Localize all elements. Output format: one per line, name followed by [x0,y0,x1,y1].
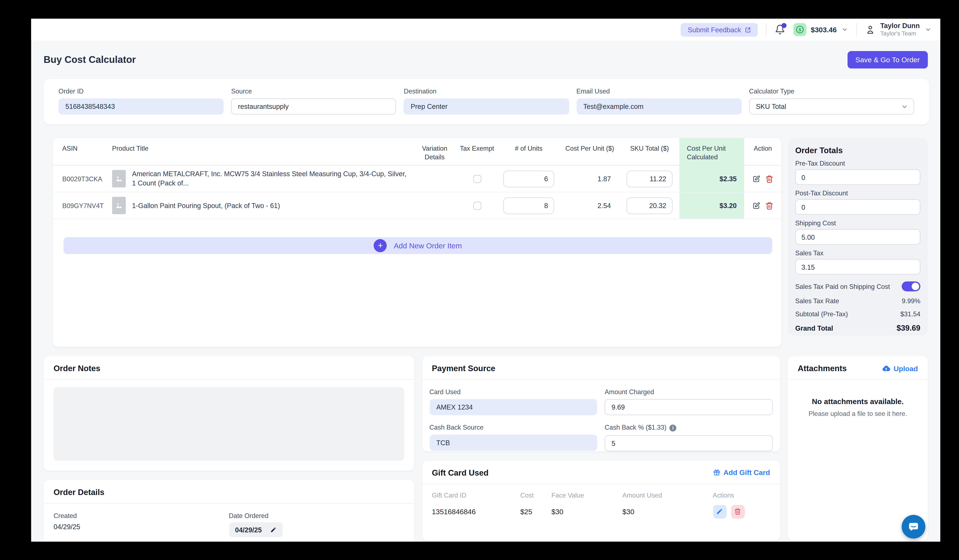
balance-menu[interactable]: $ $303.46 [793,23,848,36]
calculator-type-label: Calculator Type [749,87,914,94]
cost-per-unit-cell: 2.54 [560,192,620,220]
product-image-placeholder-icon [112,170,126,188]
card-used-input[interactable] [429,399,597,415]
date-ordered-editable-chip[interactable]: 04/29/25 [229,522,283,538]
calculator-type-select[interactable]: SKU Total [749,98,914,115]
col-header-sku-total: SKU Total ($) [620,138,679,166]
payment-source-card: Payment Source Card Used Amount Charged … [422,356,780,451]
post-tax-discount-input[interactable] [795,199,921,215]
cash-back-source-field: Cash Back Source [429,423,597,451]
gift-card-header: Gift Card Used Add Gift Card [422,461,780,484]
tax-exempt-cell [457,192,498,220]
order-form-card: Order ID Source Destination Email Used C… [44,79,929,124]
order-totals-panel: Order Totals Pre-Tax Discount Post-Tax D… [788,138,928,336]
gift-icon [713,469,720,476]
delete-gift-card-button[interactable] [731,505,745,519]
col-header-product-title: Product Title [112,138,413,166]
attachments-title: Attachments [798,364,847,373]
order-details-title: Order Details [54,487,105,497]
amount-charged-field: Amount Charged [605,388,773,415]
destination-input[interactable] [404,98,569,115]
tax-exempt-checkbox[interactable] [473,202,481,210]
email-used-label: Email Used [577,87,742,94]
user-icon [865,24,875,35]
sku-total-input[interactable] [626,197,672,214]
attachments-empty-subtitle: Please upload a file to see it here. [788,410,928,417]
notification-badge [782,23,787,28]
notifications-button[interactable] [775,24,785,35]
order-id-input[interactable] [59,98,224,115]
gift-card-row: 13516846846 $25 $30 $30 [432,505,770,519]
col-header-asin: ASIN [53,138,112,166]
gift-card-cost: $25 [520,508,551,515]
source-input[interactable] [231,98,396,115]
sales-tax-rate-label: Sales Tax Rate [795,297,839,304]
action-cell [744,166,782,192]
info-icon: i [670,424,676,431]
calculator-type-field-group: Calculator Type SKU Total [749,87,914,115]
order-items-card: ASIN Product Title Variation Details Tax… [53,138,782,347]
sales-tax-label: Sales Tax [795,249,921,256]
page-title: Buy Cost Calculator [44,54,136,65]
email-used-input[interactable] [577,98,742,115]
pre-tax-discount-input[interactable] [795,169,921,185]
col-header-action: Action [744,138,782,166]
subtotal-label: Subtotal (Pre-Tax) [795,310,848,317]
edit-gift-card-button[interactable] [713,505,726,519]
source-label: Source [231,87,396,94]
units-input[interactable] [503,197,554,214]
gift-col-cost: Cost [520,491,551,505]
units-cell [498,192,560,220]
chat-launcher-button[interactable] [902,515,925,538]
units-input[interactable] [503,170,554,188]
col-header-tax-exempt: Tax Exempt [457,138,498,166]
payment-source-title: Payment Source [432,364,495,373]
plus-icon: + [374,239,387,252]
chevron-down-icon [901,103,908,110]
cash-back-pct-input[interactable] [605,435,773,451]
sales-tax-shipping-toggle[interactable] [902,282,921,291]
shipping-cost-input[interactable] [795,229,921,245]
screen: Submit Feedback $ $303.46 [0,0,959,560]
amount-charged-label: Amount Charged [605,388,773,395]
order-notes-textarea[interactable] [54,387,404,461]
date-ordered-value: 04/29/25 [235,526,262,533]
created-label: Created [54,512,229,519]
order-id-field-group: Order ID [59,87,224,115]
add-new-order-item-button[interactable]: + Add New Order Item [64,237,772,254]
product-title: American METALCRAFT, Inc. MCW75 3/4 Stai… [132,170,413,188]
order-details-card: Order Details Created 04/29/25 Date Orde… [44,480,414,541]
destination-label: Destination [404,87,569,94]
svg-text:$: $ [799,27,801,32]
product-image-placeholder-icon [112,197,126,215]
attachments-empty-title: No attachments available. [788,397,928,406]
delete-item-icon[interactable] [765,202,773,210]
dollar-badge-icon: $ [793,23,806,36]
col-header-variation-details: Variation Details [413,138,457,166]
submit-feedback-button[interactable]: Submit Feedback [681,23,758,37]
grand-total-row: Grand Total $39.69 [795,324,921,332]
sku-total-input[interactable] [626,170,672,188]
tax-exempt-cell [457,166,498,192]
amount-charged-input[interactable] [605,399,773,415]
item-asin: B09GY7NV4T [53,192,112,220]
add-gift-card-button[interactable]: Add Gift Card [713,469,770,476]
topbar-divider [766,23,766,37]
user-menu[interactable]: Taylor Dunn Taylor's Team [865,22,932,37]
item-title-cell: American METALCRAFT, Inc. MCW75 3/4 Stai… [112,166,413,192]
cost-per-unit-cell: 1.87 [560,166,620,192]
cash-back-source-input[interactable] [429,435,597,451]
save-go-to-order-button[interactable]: Save & Go To Order [847,51,928,68]
tax-exempt-checkbox[interactable] [473,175,481,183]
col-header-cost-per-unit: Cost Per Unit ($) [560,138,620,166]
sales-tax-input[interactable] [795,259,921,275]
chevron-down-icon [841,26,848,33]
delete-item-icon[interactable] [765,175,773,183]
edit-item-icon[interactable] [752,202,760,210]
source-field-group: Source [231,87,396,115]
edit-item-icon[interactable] [752,175,760,183]
upload-label: Upload [894,364,918,372]
sku-total-cell [620,192,679,220]
order-notes-header: Order Notes [44,356,414,380]
upload-button[interactable]: Upload [882,364,918,372]
